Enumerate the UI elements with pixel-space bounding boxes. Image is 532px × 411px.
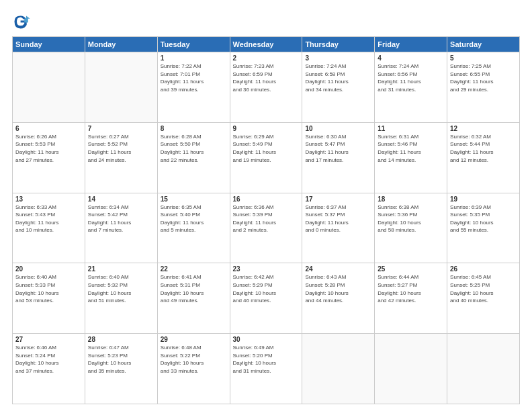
day-number: 3 — [305, 54, 371, 62]
calendar-cell: 9Sunrise: 6:29 AM Sunset: 5:49 PM Daylig… — [230, 122, 302, 193]
calendar-cell: 11Sunrise: 6:31 AM Sunset: 5:46 PM Dayli… — [375, 122, 447, 193]
day-info: Sunrise: 6:30 AM Sunset: 5:47 PM Dayligh… — [305, 133, 371, 164]
calendar-cell: 10Sunrise: 6:30 AM Sunset: 5:47 PM Dayli… — [302, 122, 375, 193]
calendar-cell: 26Sunrise: 6:45 AM Sunset: 5:25 PM Dayli… — [447, 263, 520, 334]
day-number: 30 — [233, 336, 300, 343]
day-info: Sunrise: 6:34 AM Sunset: 5:42 PM Dayligh… — [88, 203, 154, 234]
day-info: Sunrise: 6:48 AM Sunset: 5:22 PM Dayligh… — [161, 344, 227, 375]
calendar-cell: 15Sunrise: 6:35 AM Sunset: 5:40 PM Dayli… — [157, 193, 230, 263]
calendar-cell: 20Sunrise: 6:40 AM Sunset: 5:33 PM Dayli… — [13, 263, 85, 334]
week-row-2: 13Sunrise: 6:33 AM Sunset: 5:43 PM Dayli… — [13, 193, 520, 263]
day-number: 8 — [161, 125, 227, 132]
calendar-cell: 3Sunrise: 7:24 AM Sunset: 6:58 PM Daylig… — [302, 52, 375, 123]
header — [12, 12, 520, 31]
calendar-cell: 28Sunrise: 6:47 AM Sunset: 5:23 PM Dayli… — [85, 334, 157, 404]
day-info: Sunrise: 7:23 AM Sunset: 6:59 PM Dayligh… — [233, 62, 300, 93]
calendar-table: SundayMondayTuesdayWednesdayThursdayFrid… — [12, 36, 520, 404]
day-number: 13 — [15, 195, 82, 203]
day-info: Sunrise: 7:22 AM Sunset: 7:01 PM Dayligh… — [161, 62, 227, 93]
day-number: 14 — [88, 195, 154, 203]
day-header-friday: Friday — [375, 37, 447, 52]
day-number: 18 — [378, 195, 444, 203]
day-info: Sunrise: 6:44 AM Sunset: 5:27 PM Dayligh… — [378, 273, 444, 304]
day-number: 15 — [161, 195, 227, 203]
day-number: 20 — [15, 265, 82, 273]
day-info: Sunrise: 6:32 AM Sunset: 5:44 PM Dayligh… — [450, 133, 517, 164]
calendar-cell: 12Sunrise: 6:32 AM Sunset: 5:44 PM Dayli… — [447, 122, 520, 193]
day-info: Sunrise: 6:38 AM Sunset: 5:36 PM Dayligh… — [378, 203, 444, 234]
day-info: Sunrise: 6:46 AM Sunset: 5:24 PM Dayligh… — [15, 344, 82, 375]
day-number: 26 — [450, 265, 517, 273]
day-info: Sunrise: 6:28 AM Sunset: 5:50 PM Dayligh… — [161, 133, 227, 164]
calendar-cell: 22Sunrise: 6:41 AM Sunset: 5:31 PM Dayli… — [157, 263, 230, 334]
day-header-monday: Monday — [85, 37, 157, 52]
week-row-1: 6Sunrise: 6:26 AM Sunset: 5:53 PM Daylig… — [13, 122, 520, 193]
day-info: Sunrise: 6:31 AM Sunset: 5:46 PM Dayligh… — [378, 133, 444, 164]
calendar-cell: 13Sunrise: 6:33 AM Sunset: 5:43 PM Dayli… — [13, 193, 85, 263]
header-row: SundayMondayTuesdayWednesdayThursdayFrid… — [13, 37, 520, 52]
calendar-cell — [302, 334, 375, 404]
day-number: 28 — [88, 336, 154, 343]
calendar-cell: 2Sunrise: 7:23 AM Sunset: 6:59 PM Daylig… — [230, 52, 302, 123]
day-number: 17 — [305, 195, 371, 203]
day-number: 24 — [305, 265, 371, 273]
day-number: 11 — [378, 125, 444, 132]
day-header-wednesday: Wednesday — [230, 37, 302, 52]
day-info: Sunrise: 6:41 AM Sunset: 5:31 PM Dayligh… — [161, 273, 227, 304]
day-header-thursday: Thursday — [302, 37, 375, 52]
day-info: Sunrise: 6:33 AM Sunset: 5:43 PM Dayligh… — [15, 203, 82, 234]
day-number: 7 — [88, 125, 154, 132]
day-number: 23 — [233, 265, 300, 273]
calendar-cell: 19Sunrise: 6:39 AM Sunset: 5:35 PM Dayli… — [447, 193, 520, 263]
calendar-cell: 1Sunrise: 7:22 AM Sunset: 7:01 PM Daylig… — [157, 52, 230, 123]
calendar-cell: 21Sunrise: 6:40 AM Sunset: 5:32 PM Dayli… — [85, 263, 157, 334]
week-row-4: 27Sunrise: 6:46 AM Sunset: 5:24 PM Dayli… — [13, 334, 520, 404]
day-info: Sunrise: 7:24 AM Sunset: 6:56 PM Dayligh… — [378, 62, 444, 93]
day-info: Sunrise: 6:43 AM Sunset: 5:28 PM Dayligh… — [305, 273, 371, 304]
day-info: Sunrise: 6:39 AM Sunset: 5:35 PM Dayligh… — [450, 203, 517, 234]
day-header-tuesday: Tuesday — [157, 37, 230, 52]
calendar-cell: 18Sunrise: 6:38 AM Sunset: 5:36 PM Dayli… — [375, 193, 447, 263]
day-number: 21 — [88, 265, 154, 273]
calendar-cell: 6Sunrise: 6:26 AM Sunset: 5:53 PM Daylig… — [13, 122, 85, 193]
day-info: Sunrise: 6:42 AM Sunset: 5:29 PM Dayligh… — [233, 273, 300, 304]
page: SundayMondayTuesdayWednesdayThursdayFrid… — [0, 0, 532, 411]
day-number: 29 — [161, 336, 227, 343]
calendar-cell: 27Sunrise: 6:46 AM Sunset: 5:24 PM Dayli… — [13, 334, 85, 404]
day-number: 12 — [450, 125, 517, 132]
calendar-cell — [13, 52, 85, 123]
day-info: Sunrise: 7:25 AM Sunset: 6:55 PM Dayligh… — [450, 62, 517, 93]
day-number: 9 — [233, 125, 300, 132]
calendar-cell: 25Sunrise: 6:44 AM Sunset: 5:27 PM Dayli… — [375, 263, 447, 334]
day-number: 4 — [378, 54, 444, 62]
day-number: 5 — [450, 54, 517, 62]
day-number: 10 — [305, 125, 371, 132]
day-number: 1 — [161, 54, 227, 62]
day-info: Sunrise: 6:35 AM Sunset: 5:40 PM Dayligh… — [161, 203, 227, 234]
calendar-cell: 5Sunrise: 7:25 AM Sunset: 6:55 PM Daylig… — [447, 52, 520, 123]
calendar-cell: 23Sunrise: 6:42 AM Sunset: 5:29 PM Dayli… — [230, 263, 302, 334]
day-info: Sunrise: 6:26 AM Sunset: 5:53 PM Dayligh… — [15, 133, 82, 164]
day-info: Sunrise: 6:36 AM Sunset: 5:39 PM Dayligh… — [233, 203, 300, 234]
calendar-cell — [447, 334, 520, 404]
day-number: 25 — [378, 265, 444, 273]
calendar-cell: 7Sunrise: 6:27 AM Sunset: 5:52 PM Daylig… — [85, 122, 157, 193]
calendar-cell — [375, 334, 447, 404]
day-info: Sunrise: 6:37 AM Sunset: 5:37 PM Dayligh… — [305, 203, 371, 234]
day-info: Sunrise: 6:47 AM Sunset: 5:23 PM Dayligh… — [88, 344, 154, 375]
day-number: 2 — [233, 54, 300, 62]
day-info: Sunrise: 6:40 AM Sunset: 5:32 PM Dayligh… — [88, 273, 154, 304]
calendar-cell: 29Sunrise: 6:48 AM Sunset: 5:22 PM Dayli… — [157, 334, 230, 404]
calendar-cell: 16Sunrise: 6:36 AM Sunset: 5:39 PM Dayli… — [230, 193, 302, 263]
logo — [12, 12, 32, 31]
day-info: Sunrise: 6:29 AM Sunset: 5:49 PM Dayligh… — [233, 133, 300, 164]
day-header-sunday: Sunday — [13, 37, 85, 52]
calendar-cell: 4Sunrise: 7:24 AM Sunset: 6:56 PM Daylig… — [375, 52, 447, 123]
calendar-cell: 24Sunrise: 6:43 AM Sunset: 5:28 PM Dayli… — [302, 263, 375, 334]
day-info: Sunrise: 6:27 AM Sunset: 5:52 PM Dayligh… — [88, 133, 154, 164]
logo-icon — [12, 12, 31, 31]
day-number: 16 — [233, 195, 300, 203]
calendar-cell: 30Sunrise: 6:49 AM Sunset: 5:20 PM Dayli… — [230, 334, 302, 404]
day-number: 27 — [15, 336, 82, 343]
day-info: Sunrise: 6:40 AM Sunset: 5:33 PM Dayligh… — [15, 273, 82, 304]
